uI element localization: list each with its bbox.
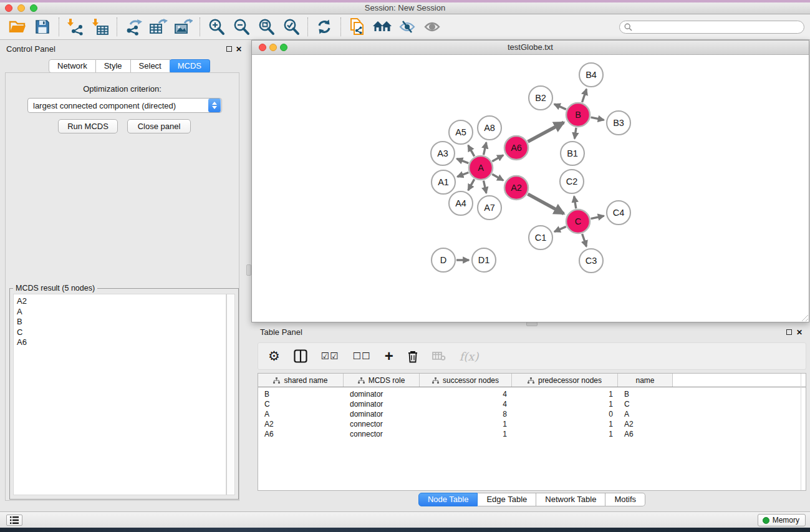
table-row[interactable]: A2connector11A2: [258, 419, 806, 429]
export-table-icon[interactable]: [146, 17, 171, 37]
zoom-window-icon[interactable]: [30, 4, 37, 12]
show-graphics-details-icon[interactable]: [420, 17, 445, 37]
minimize-window-icon[interactable]: [17, 4, 25, 12]
graph-edge-A-A5[interactable]: [468, 145, 475, 157]
control-panel-float-icon[interactable]: [226, 46, 232, 52]
settings-gear-icon[interactable]: ⚙: [268, 349, 280, 364]
network-window-titlebar[interactable]: testGlobe.txt: [252, 41, 809, 55]
export-image-icon[interactable]: [171, 17, 196, 37]
mcds-result-group: MCDS result (5 nodes) A2 A B C A6: [9, 288, 239, 500]
table-cell: connector: [344, 420, 420, 428]
graph-edge-A-A8[interactable]: [483, 142, 486, 155]
select-all-icon[interactable]: ☑☑: [321, 351, 339, 362]
table-row[interactable]: Adominator80A: [258, 409, 806, 419]
search-field[interactable]: [619, 21, 804, 34]
graph-edge-A-A3[interactable]: [456, 158, 468, 163]
run-mcds-button[interactable]: Run MCDS: [58, 119, 118, 133]
scrollbar[interactable]: [801, 374, 801, 490]
network-canvas[interactable]: B4B2BB3A8A5A6A3B1AC2A1A2A4A7C4CC1C3DD1: [252, 55, 809, 322]
task-history-button[interactable]: [6, 515, 22, 526]
graph-edge-B-B4[interactable]: [582, 89, 587, 102]
graph-edge-A2-C[interactable]: [528, 194, 564, 213]
tab-style[interactable]: Style: [96, 59, 131, 73]
deselect-all-icon[interactable]: ☐☐: [353, 351, 371, 362]
tab-motifs[interactable]: Motifs: [605, 493, 645, 506]
horizontal-splitter-handle[interactable]: [526, 322, 538, 326]
optimization-criterion-dropdown[interactable]: largest connected component (directed): [27, 98, 222, 113]
list-item[interactable]: A6: [17, 337, 226, 348]
table-cell: 1: [512, 390, 618, 399]
vertical-splitter-handle[interactable]: [246, 264, 251, 276]
graph-edge-A-A6[interactable]: [492, 155, 503, 162]
scrollbar[interactable]: [226, 294, 235, 495]
tab-edge-table[interactable]: Edge Table: [478, 493, 536, 506]
graph-edge-B-B3[interactable]: [591, 117, 604, 120]
tab-mcds[interactable]: MCDS: [170, 59, 210, 73]
close-window-icon[interactable]: [5, 4, 12, 12]
table-cell: 8: [420, 410, 512, 418]
graph-node-label: C3: [586, 256, 597, 266]
list-item[interactable]: A: [17, 307, 226, 317]
column-header-shared-name[interactable]: shared name: [258, 374, 344, 387]
zoom-out-icon[interactable]: [229, 17, 254, 37]
graph-edge-A6-B[interactable]: [528, 122, 564, 142]
column-header-name[interactable]: name: [618, 374, 673, 387]
zoom-selected-icon[interactable]: [279, 17, 304, 37]
save-session-icon[interactable]: [30, 17, 55, 37]
graph-node-label: C2: [566, 177, 578, 186]
tab-network[interactable]: Network: [49, 59, 96, 73]
table-row[interactable]: A6connector11A6: [258, 429, 806, 439]
table-panel-close-icon[interactable]: ✕: [796, 329, 803, 336]
export-network-icon[interactable]: [121, 17, 146, 37]
import-network-icon[interactable]: [63, 17, 88, 37]
table-row[interactable]: Cdominator41C: [258, 399, 806, 409]
graph-edge-C-C2[interactable]: [574, 196, 576, 209]
graph-edge-C-C4[interactable]: [591, 216, 604, 219]
column-header-mcds-role[interactable]: MCDS role: [344, 374, 420, 387]
delete-column-icon[interactable]: [407, 350, 418, 363]
graph-edge-A-A1[interactable]: [457, 173, 468, 177]
table-cell: A: [258, 410, 344, 418]
table-cell: 0: [512, 410, 618, 418]
memory-button[interactable]: Memory: [758, 514, 806, 526]
graph-edge-B-B2[interactable]: [554, 104, 566, 110]
graph-edge-C-C3[interactable]: [582, 234, 587, 246]
control-panel-close-icon[interactable]: ✕: [236, 46, 242, 53]
search-input[interactable]: [632, 23, 804, 32]
table-body: Bdominator41BCdominator41CAdominator80AA…: [258, 387, 806, 439]
column-layout-icon[interactable]: [294, 349, 307, 363]
tab-node-table[interactable]: Node Table: [418, 493, 478, 506]
graph-edge-A-A2[interactable]: [492, 174, 503, 180]
close-panel-button[interactable]: Close panel: [127, 119, 191, 133]
zoom-fit-icon[interactable]: [254, 17, 279, 37]
zoom-in-icon[interactable]: [204, 17, 229, 37]
list-item[interactable]: C: [17, 327, 226, 338]
column-header-successor-nodes[interactable]: successor nodes: [420, 374, 512, 387]
column-label: name: [635, 376, 654, 385]
list-item[interactable]: A2: [17, 296, 226, 307]
tab-select[interactable]: Select: [131, 59, 170, 73]
table-row[interactable]: Bdominator41B: [258, 389, 806, 399]
network-graph[interactable]: B4B2BB3A8A5A6A3B1AC2A1A2A4A7C4CC1C3DD1: [252, 55, 809, 322]
add-column-icon[interactable]: +: [385, 347, 393, 365]
list-item[interactable]: B: [17, 317, 226, 327]
table-panel-float-icon[interactable]: [786, 329, 792, 335]
new-network-from-selection-icon[interactable]: [345, 17, 370, 37]
graph-edge-A-A4[interactable]: [468, 179, 475, 190]
mcds-result-list[interactable]: A2 A B C A6: [13, 294, 226, 495]
hide-graphics-details-icon[interactable]: [395, 17, 420, 37]
search-icon: [624, 23, 632, 31]
open-session-icon[interactable]: [5, 17, 30, 37]
graph-edge-A-A7[interactable]: [483, 181, 486, 193]
table-cell: dominator: [344, 410, 420, 418]
column-header-predecessor-nodes[interactable]: predecessor nodes: [512, 374, 618, 387]
minimize-window-icon[interactable]: [269, 44, 277, 51]
home-layout-icon[interactable]: [370, 17, 395, 37]
graph-edge-B-B1[interactable]: [574, 128, 576, 138]
zoom-window-icon[interactable]: [280, 44, 287, 51]
graph-edge-C-C1[interactable]: [554, 226, 566, 231]
close-window-icon[interactable]: [259, 44, 266, 51]
refresh-icon[interactable]: [312, 17, 337, 37]
import-table-icon[interactable]: [88, 17, 113, 37]
tab-network-table[interactable]: Network Table: [536, 493, 605, 506]
